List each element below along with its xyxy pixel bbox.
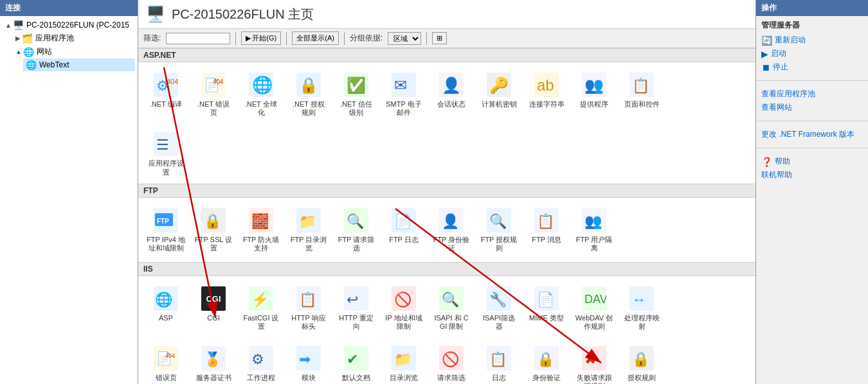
separator-1 (756, 80, 868, 81)
icon-isapi-filter[interactable]: 🔧 ISAPI筛选器 (476, 281, 521, 335)
show-all-button[interactable]: 全部显示(A) (292, 31, 339, 45)
apppool-label: 应用程序池 (35, 33, 74, 44)
tree-item-sites[interactable]: ▲ 🌐 网站 (13, 45, 135, 58)
icon-ftp-auth[interactable]: 👤 FTP 身份验证 (429, 203, 474, 257)
icon-pages-controls[interactable]: 📋 页面和控件 (619, 67, 664, 121)
start-btn-label: 开始(G) (252, 33, 276, 43)
icon-ip-restrict[interactable]: 🚫 IP 地址和域限制 (381, 281, 426, 335)
icon-ftp-ssl[interactable]: 🔒 FTP SSL 设置 (191, 203, 236, 257)
ftp-authz-icon: 🔍 (486, 207, 512, 233)
icon-server-cert[interactable]: 🏅 服务器证书 (191, 341, 236, 385)
start-button[interactable]: ▶ 开始(G) (241, 31, 281, 45)
icon-mime[interactable]: 📄 MIME 类型 (524, 281, 569, 335)
icon-providers[interactable]: 👥 提供程序 (572, 67, 617, 121)
icon-session[interactable]: 👤 会话状态 (429, 67, 474, 121)
tree-item-apppool[interactable]: ▶ 🗂️ 应用程序池 (13, 31, 135, 45)
icon-app-settings[interactable]: ☰ 应用程序设置 (143, 127, 188, 180)
svg-text:✔: ✔ (347, 351, 358, 367)
tree-root[interactable]: ▲ 🖥️ PC-20150226FLUN (PC-2015 (3, 19, 135, 31)
icon-net-auth[interactable]: 🔒 .NET 授权规则 (286, 67, 331, 121)
view-button[interactable]: ⊞ (432, 32, 447, 44)
online-help-link[interactable]: 联机帮助 (761, 168, 863, 182)
failed-req-icon: ✖ (581, 345, 607, 371)
change-net-link[interactable]: 更改 .NET Framework 版本 (761, 128, 863, 141)
icon-authz[interactable]: 🔒 授权规则 (619, 341, 664, 385)
ftp-auth-icon: 👤 (439, 207, 464, 233)
icon-dir-browse[interactable]: 📁 目录浏览 (381, 341, 426, 385)
group-label: 分组依据: (350, 33, 383, 44)
icon-modules[interactable]: ➡ 模块 (286, 341, 331, 385)
iis2-grid: 📄404 错误页 🏅 服务器证书 ⚙ 工作进程 ➡ 模块 (138, 341, 755, 385)
http-redirect-label: HTTP 重定向 (337, 314, 375, 331)
icon-failed-req[interactable]: ✖ 失败请求跟踪规则 (572, 341, 617, 385)
icon-ftp-filter[interactable]: 🔍 FTP 请求筛选 (334, 203, 379, 257)
isapi-filter-label: ISAPI筛选器 (480, 314, 518, 331)
icon-ftp-user[interactable]: 👥 FTP 用户隔离 (572, 203, 617, 257)
left-panel-header: 连接 (0, 0, 138, 16)
icon-isapi-cgi[interactable]: 🔍 ISAPI 和 CGI 限制 (429, 281, 474, 335)
icon-req-filter[interactable]: 🚫 请求筛选 (429, 341, 474, 385)
restart-icon: 🔄 (761, 35, 772, 46)
authn-label: 身份验证 (532, 374, 561, 382)
server-cert-icon: 🏅 (201, 345, 226, 371)
stop-link[interactable]: ⏹ 停止 (761, 60, 863, 74)
icon-authn[interactable]: 🔒 身份验证 (524, 341, 569, 385)
icon-error-pages[interactable]: 📄404 错误页 (143, 341, 188, 385)
icon-smtp[interactable]: ✉ SMTP 电子邮件 (381, 67, 426, 121)
icon-default-doc[interactable]: ✔ 默认文档 (334, 341, 379, 385)
show-all-label: 全部显示(A) (296, 33, 334, 43)
icon-conn-string[interactable]: ab 连接字符串 (524, 67, 569, 121)
icon-worker[interactable]: ⚙ 工作进程 (239, 341, 284, 385)
ftp-ipv4-label: FTP IPv4 地址和域限制 (147, 236, 185, 252)
modules-label: 模块 (302, 374, 316, 382)
icon-cgi[interactable]: CGI CGI (191, 281, 236, 335)
app-settings-icon: ☰ (153, 131, 179, 157)
group-select[interactable]: 区域 (388, 32, 421, 45)
icon-ftp-log[interactable]: 📄 FTP 日志 (381, 203, 426, 257)
icon-net-trust[interactable]: ✅ .NET 信任级别 (334, 67, 379, 121)
sites-icon: 🌐 (23, 47, 34, 57)
icon-webdav[interactable]: DAV WebDAV 创作规则 (572, 281, 617, 335)
ftp-grid: FTP FTP IPv4 地址和域限制 🔒 FTP SSL 设置 🧱 FTP 防… (138, 198, 755, 262)
icon-http-response[interactable]: 📋 HTTP 响应标头 (286, 281, 331, 335)
view-app-pool-link[interactable]: 查看应用程序池 (761, 87, 863, 101)
icon-fastcgi[interactable]: ⚡ FastCGI 设置 (239, 281, 284, 335)
icon-ftp-firewall[interactable]: 🧱 FTP 防火墙支持 (239, 203, 284, 257)
icon-asp[interactable]: 🌐 ASP (143, 281, 188, 335)
icon-net-compile[interactable]: ⚙404 .NET 编译 (143, 67, 188, 121)
icon-logging[interactable]: 📋 日志 (476, 341, 521, 385)
icon-ftp-ipv4[interactable]: FTP FTP IPv4 地址和域限制 (143, 203, 188, 257)
icon-machine-key[interactable]: 🔑 计算机密钥 (476, 67, 521, 121)
tree-item-webtext[interactable]: 🌐 WebText (23, 58, 135, 71)
svg-text:🔧: 🔧 (489, 291, 507, 308)
svg-text:✅: ✅ (347, 76, 366, 94)
view-site-link[interactable]: 查看网站 (761, 101, 863, 114)
error-pages-label: 错误页 (156, 374, 177, 382)
icon-ftp-authz[interactable]: 🔍 FTP 授权规则 (476, 203, 521, 257)
svg-text:🏅: 🏅 (204, 351, 222, 368)
section-aspnet: ASP.NET (138, 48, 755, 62)
svg-text:DAV: DAV (584, 293, 606, 306)
restart-link[interactable]: 🔄 重新启动 (761, 33, 863, 47)
icon-net-error[interactable]: 📄404 .NET 错误页 (191, 67, 236, 121)
svg-text:📄: 📄 (394, 213, 412, 230)
right-panel: 操作 管理服务器 🔄 重新启动 ▶ 启动 ⏹ 停止 查看应用程序池 查看网站 更… (755, 0, 868, 384)
svg-text:➡: ➡ (299, 351, 311, 367)
svg-text:🚫: 🚫 (442, 351, 460, 368)
icon-http-redirect[interactable]: ↩ HTTP 重定向 (334, 281, 379, 335)
icon-net-global[interactable]: 🌐 .NET 全球化 (239, 67, 284, 121)
play-icon: ▶ (246, 34, 251, 42)
net-auth-icon: 🔒 (296, 72, 321, 98)
svg-text:✖: ✖ (584, 351, 596, 367)
authz-icon: 🔒 (629, 345, 655, 371)
page-title: PC-20150226FLUN 主页 (172, 6, 314, 23)
icon-ftp-browse[interactable]: 📁 FTP 目录浏览 (286, 203, 331, 257)
webtext-icon: 🌐 (26, 60, 37, 70)
help-link[interactable]: ❓ 帮助 (761, 155, 863, 168)
filter-input[interactable] (166, 33, 230, 44)
start-link[interactable]: ▶ 启动 (761, 47, 863, 60)
manage-server-section: 管理服务器 🔄 重新启动 ▶ 启动 ⏹ 停止 (756, 16, 868, 78)
icon-ftp-msg[interactable]: 📋 FTP 消息 (524, 203, 569, 257)
icon-handler[interactable]: ↔ 处理程序映射 (619, 281, 664, 335)
session-icon: 👤 (439, 72, 464, 98)
